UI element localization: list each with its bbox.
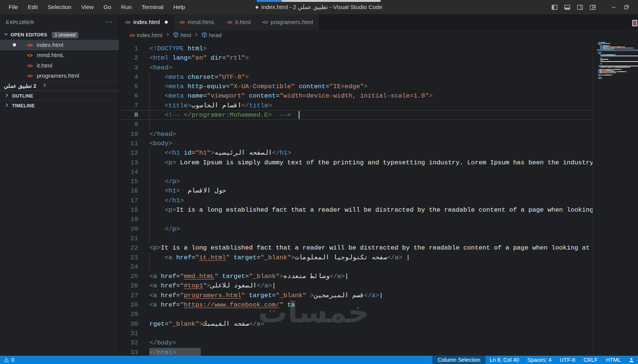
code-token [245, 292, 249, 299]
feedback-icon[interactable] [625, 356, 638, 364]
code-token: = [176, 273, 180, 280]
code-token [149, 102, 165, 109]
code-text: <<h1 id="h1">الصفحه الرئيسيه</h1> [149, 148, 291, 158]
code-line[interactable]: 19 [119, 215, 593, 224]
code-line[interactable]: 4 <meta charset="UTF-8"> [119, 72, 593, 82]
code-token: content [249, 92, 275, 99]
code-line[interactable]: 26<a href="#top1">الصعود للاعلى</a>| [119, 281, 593, 290]
code-line[interactable]: 13 <p> Lorem Ipsum is simply dummy text … [119, 158, 593, 167]
code-token: p [172, 178, 176, 185]
code-line[interactable]: 23 <a href="it.html" target="_blank">صفح… [119, 253, 593, 262]
code-line[interactable]: 5 <meta http-equiv="X-UA-Compatible" con… [119, 82, 593, 91]
open-editor-item-index.html[interactable]: <>index.html [0, 40, 119, 50]
code-line[interactable]: 31 [119, 329, 593, 338]
status-column-selection[interactable]: Column Selection [432, 356, 486, 364]
code-line[interactable]: 16 <h1> حول الاقسام [119, 186, 593, 196]
code-line[interactable]: 32</body> [119, 338, 593, 347]
code-text: <h1> حول الاقسام [149, 186, 226, 196]
toggle-panel-icon[interactable] [561, 0, 573, 14]
code-line[interactable]: 12 <<h1 id="h1">الصفحه الرئيسيه</h1> [119, 148, 593, 158]
minimap-line [597, 78, 638, 79]
code-line[interactable]: 25<a href="mmd.htmL" target="_blank">وسا… [119, 272, 593, 281]
code-line[interactable]: 9 [119, 120, 593, 129]
status-eol[interactable]: CRLF [579, 356, 602, 364]
tab-index.html[interactable]: <>index.html [119, 14, 174, 30]
code-line[interactable]: 11<body> [119, 139, 593, 148]
menu-item-selection[interactable]: Selection [43, 4, 77, 11]
breadcrumb-item-html[interactable]: html [173, 32, 191, 39]
code-token: < [149, 273, 153, 280]
code-line[interactable]: 6 <meta name="viewport" content="width=d… [119, 91, 593, 101]
code-region[interactable]: 1<!DOCTYPE html>2<html lang="en" dir="rt… [119, 40, 593, 356]
code-line[interactable]: 7 <title>اقسام الحاسوب</title> [119, 101, 593, 110]
line-number: 15 [119, 177, 138, 186]
sidebar-section-workspace-folder[interactable]: 2 تطبيق عملي [0, 81, 119, 91]
code-token: "UTF-8" [218, 74, 245, 81]
code-token: "viewport" [207, 92, 245, 99]
code-token: = [191, 254, 195, 261]
open-editor-item-mmd.htmL[interactable]: <>mmd.htmL [0, 50, 119, 61]
code-token: > [268, 102, 272, 109]
menu-item-run[interactable]: Run [116, 4, 136, 11]
code-line[interactable]: 18 <p>It is a long established fact that… [119, 205, 593, 215]
code-line[interactable]: 21 [119, 234, 593, 243]
customize-layout-icon[interactable] [586, 0, 599, 14]
code-line[interactable]: 30rget="_blank">صفحه الفيسبك</a> [119, 319, 593, 329]
code-line[interactable]: 28<a href="https://www.facebook.com/" ta [119, 300, 593, 310]
code-line[interactable]: 2<html lang="en" dir="rtl"> [119, 53, 593, 63]
sidebar-section-timeline[interactable]: TIMELINE [0, 101, 119, 110]
tab-it.html[interactable]: <>it.html [221, 14, 257, 30]
open-editor-item-programers.html[interactable]: <>programers.html [0, 71, 119, 81]
code-line[interactable]: 20 </p> [119, 224, 593, 234]
menu-item-file[interactable]: File [4, 4, 23, 11]
code-line[interactable]: 24 [119, 262, 593, 272]
restore-button[interactable] [620, 0, 633, 14]
tab-mmd.htmL[interactable]: <>mmd.htmL [174, 14, 221, 30]
code-line[interactable]: 22<p>It is a long established fact that … [119, 243, 593, 253]
minimap[interactable] [597, 40, 638, 356]
code-line[interactable]: 1<!DOCTYPE html> [119, 44, 593, 53]
sidebar-section-outline[interactable]: OUTLINE [0, 91, 119, 101]
code-line[interactable]: 27<a href="programers.html" target="_bla… [119, 291, 593, 300]
code-line[interactable]: 3<head> [119, 63, 593, 72]
status-problems[interactable]: 0 [0, 356, 18, 364]
minimap-token [602, 69, 606, 70]
code-line[interactable]: 10</head> [119, 129, 593, 139]
menu-item-terminal[interactable]: Terminal [137, 4, 169, 11]
status-indentation[interactable]: Spaces: 4 [523, 356, 556, 364]
open-editors-header[interactable]: OPEN EDITORS 1 unsaved [0, 30, 119, 40]
code-line[interactable]: 15 </p> [119, 177, 593, 186]
breadcrumb-item-head[interactable]: head [202, 32, 221, 39]
code-token: "h1" [195, 149, 211, 156]
status-cursor-position[interactable]: Ln 8, Col 40 [486, 356, 523, 364]
code-token: = [214, 74, 218, 81]
tab-label: it.html [235, 19, 251, 26]
explorer-title: EXPLORER [6, 20, 34, 25]
menu-item-view[interactable]: View [76, 4, 98, 11]
code-token: < [149, 140, 153, 147]
code-token: a [169, 254, 172, 261]
open-editor-item-it.html[interactable]: <>it.html [0, 60, 119, 71]
code-line[interactable]: 8 <!-- </programer:Mohammed.E> --> [119, 110, 593, 120]
line-number: 27 [119, 291, 138, 300]
status-encoding[interactable]: UTF-8 [556, 356, 579, 364]
toggle-secondary-sidebar-icon[interactable] [573, 0, 586, 14]
code-line[interactable]: 14 [119, 167, 593, 177]
code-token: < [149, 292, 153, 299]
code-token [230, 254, 233, 261]
breadcrumb-item-index.html[interactable]: <>index.html [129, 32, 163, 38]
explorer-more-actions-icon[interactable]: ··· [105, 18, 113, 26]
code-token: > [429, 92, 433, 99]
menu-item-go[interactable]: Go [99, 4, 116, 11]
code-line[interactable]: 17 </h1> [119, 196, 593, 205]
code-line[interactable]: 29 [119, 310, 593, 319]
code-line[interactable]: 33</html> [119, 348, 593, 356]
menu-item-edit[interactable]: Edit [23, 4, 43, 11]
code-token: > [341, 273, 345, 280]
tab-programers.html[interactable]: <>programers.html [257, 14, 319, 30]
editor-pane[interactable]: 1<!DOCTYPE html>2<html lang="en" dir="rt… [119, 40, 638, 356]
toggle-sidebar-icon[interactable] [548, 0, 561, 14]
status-language-mode[interactable]: HTML [602, 356, 625, 364]
menu-item-help[interactable]: Help [169, 4, 190, 11]
minimize-button[interactable] [607, 0, 620, 14]
